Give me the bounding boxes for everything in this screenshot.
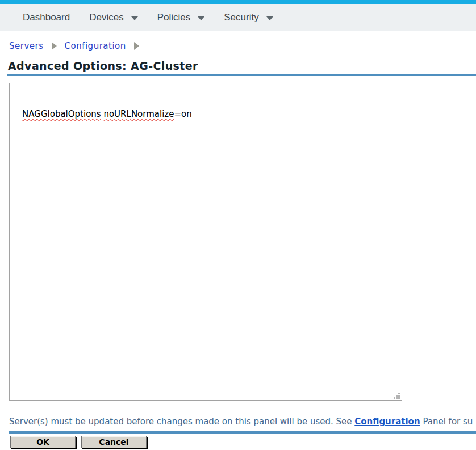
- breadcrumb-link-servers[interactable]: Servers: [9, 41, 44, 51]
- breadcrumb-arrow-icon: [134, 42, 139, 50]
- accent-strip: [0, 0, 476, 4]
- breadcrumb-link-configuration[interactable]: Configuration: [65, 41, 126, 51]
- update-warning-note: Server(s) must be updated before changes…: [9, 417, 476, 427]
- chevron-down-icon: [198, 16, 204, 20]
- bottom-divider: [9, 431, 476, 434]
- nav-item-label: Devices: [89, 12, 123, 23]
- ok-button[interactable]: OK: [10, 436, 76, 448]
- advanced-options-editor-container: NAGGlobalOptions noURLNormalize=on: [9, 83, 402, 401]
- nav-item-dashboard[interactable]: Dashboard: [23, 12, 70, 23]
- title-underline: [7, 74, 476, 76]
- chevron-down-icon: [131, 16, 138, 20]
- nav-item-label: Security: [224, 12, 258, 23]
- option-token: NAGGlobalOptions: [22, 109, 101, 119]
- top-nav: Dashboard Devices Policies Security: [0, 4, 476, 31]
- note-text: Server(s) must be updated before changes…: [9, 417, 354, 427]
- textarea-resize-handle[interactable]: [393, 392, 400, 399]
- note-text: Panel for su: [420, 417, 473, 427]
- action-button-row: OK Cancel: [10, 436, 476, 448]
- option-token: noURLNormalize: [103, 109, 174, 119]
- advanced-options-textarea[interactable]: NAGGlobalOptions noURLNormalize=on: [9, 83, 402, 401]
- cancel-button[interactable]: Cancel: [81, 436, 147, 448]
- configuration-panel-link[interactable]: Configuration: [354, 417, 420, 427]
- breadcrumb-arrow-icon: [52, 42, 57, 50]
- page-title: Advanced Options: AG-Cluster: [8, 60, 476, 72]
- nav-item-security[interactable]: Security: [224, 12, 273, 23]
- nav-item-devices[interactable]: Devices: [89, 12, 137, 23]
- chevron-down-icon: [266, 16, 273, 20]
- nav-item-label: Policies: [157, 12, 191, 23]
- breadcrumb: Servers Configuration: [9, 40, 476, 52]
- nav-item-label: Dashboard: [23, 12, 70, 23]
- nav-item-policies[interactable]: Policies: [157, 12, 205, 23]
